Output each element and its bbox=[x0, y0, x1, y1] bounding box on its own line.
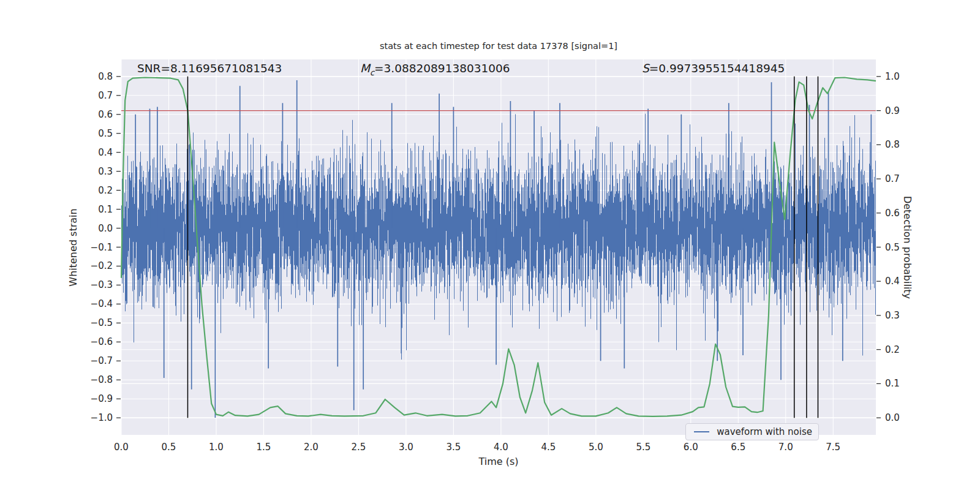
x-tick-label: 5.5 bbox=[628, 442, 658, 453]
right-tick-label: 0.1 bbox=[885, 378, 916, 389]
left-tick-label: 0.8 bbox=[82, 71, 113, 82]
x-tick-label: 7.0 bbox=[771, 442, 801, 453]
left-tick-label: 0.0 bbox=[82, 223, 113, 234]
chirp-mass-symbol: M bbox=[360, 62, 370, 75]
x-tick-label: 1.0 bbox=[201, 442, 232, 453]
right-tick-label: 0.7 bbox=[885, 173, 916, 184]
left-tick-label: 0.3 bbox=[82, 166, 113, 177]
chirp-mass-value: =3.0882089138031006 bbox=[374, 62, 510, 75]
annotation-snr: SNR=8.11695671081543 bbox=[137, 62, 282, 75]
left-tick-label: −0.6 bbox=[82, 336, 113, 347]
left-tick-label: −0.5 bbox=[82, 317, 113, 328]
x-tick-label: 3.5 bbox=[438, 442, 469, 453]
score-symbol: S bbox=[642, 62, 649, 75]
annotation-score: S=0.9973955154418945 bbox=[642, 62, 785, 75]
left-tick-label: 0.7 bbox=[82, 90, 113, 101]
left-tick-label: −0.3 bbox=[82, 279, 113, 290]
score-value: =0.9973955154418945 bbox=[649, 62, 785, 75]
left-tick-label: 0.1 bbox=[82, 204, 113, 215]
x-tick-label: 4.5 bbox=[533, 442, 564, 453]
left-tick-label: 0.6 bbox=[82, 109, 113, 120]
x-tick-label: 6.0 bbox=[676, 442, 706, 453]
x-tick-label: 5.0 bbox=[581, 442, 611, 453]
left-tick-label: 0.5 bbox=[82, 128, 113, 139]
left-axis-label: Whitened strain bbox=[67, 208, 79, 286]
x-tick-label: 7.5 bbox=[818, 442, 848, 453]
left-tick-label: 0.4 bbox=[82, 147, 113, 158]
legend: waveform with noise bbox=[685, 423, 819, 440]
x-tick-label: 3.0 bbox=[391, 442, 421, 453]
right-tick-label: 0.0 bbox=[885, 412, 916, 423]
right-tick-label: 1.0 bbox=[885, 71, 916, 82]
x-tick-label: 2.5 bbox=[343, 442, 374, 453]
x-axis-label: Time (s) bbox=[121, 456, 876, 467]
left-tick-label: 0.2 bbox=[82, 185, 113, 196]
right-tick-label: 0.9 bbox=[885, 105, 916, 116]
legend-label: waveform with noise bbox=[717, 426, 812, 437]
left-tick-label: −0.1 bbox=[82, 242, 113, 253]
right-tick-label: 0.8 bbox=[885, 139, 916, 150]
x-tick-label: 0.5 bbox=[153, 442, 184, 453]
figure: stats at each timestep for test data 173… bbox=[0, 0, 980, 490]
left-tick-label: −0.7 bbox=[82, 355, 113, 366]
left-tick-label: −0.8 bbox=[82, 374, 113, 385]
x-tick-label: 1.5 bbox=[248, 442, 279, 453]
left-tick-label: −0.2 bbox=[82, 260, 113, 271]
right-tick-label: 0.2 bbox=[885, 344, 916, 355]
left-tick-label: −1.0 bbox=[82, 412, 113, 423]
x-tick-label: 0.0 bbox=[106, 442, 137, 453]
right-axis-label: Detection probability bbox=[902, 196, 913, 299]
legend-line-sample bbox=[693, 430, 709, 434]
x-tick-label: 6.5 bbox=[723, 442, 753, 453]
left-tick-label: −0.4 bbox=[82, 298, 113, 309]
left-tick-label: −0.9 bbox=[82, 393, 113, 404]
right-tick-label: 0.3 bbox=[885, 310, 916, 321]
annotation-chirp-mass: Mc=3.0882089138031006 bbox=[360, 62, 510, 77]
x-tick-label: 2.0 bbox=[296, 442, 326, 453]
x-tick-label: 4.0 bbox=[486, 442, 516, 453]
